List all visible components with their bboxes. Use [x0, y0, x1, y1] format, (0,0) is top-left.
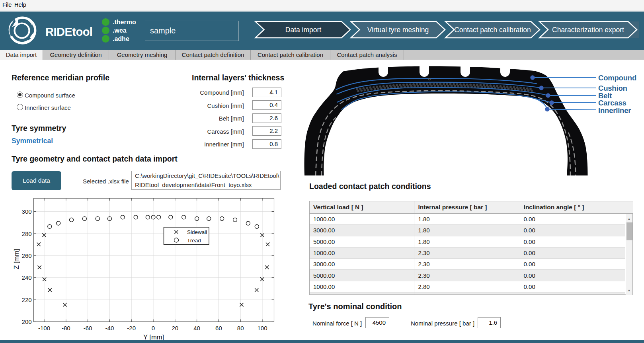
- svg-text:Data import: Data import: [285, 26, 322, 34]
- svg-text:280: 280: [22, 230, 32, 237]
- svg-text:-20: -20: [127, 325, 136, 331]
- svg-text:220: 220: [22, 296, 32, 303]
- svg-text:260: 260: [22, 252, 32, 259]
- svg-text:200: 200: [22, 318, 32, 325]
- svg-text:240: 240: [22, 274, 32, 281]
- svg-text:-100: -100: [38, 325, 50, 331]
- svg-text:Z [mm]: Z [mm]: [13, 249, 20, 269]
- svg-text:300: 300: [22, 208, 32, 215]
- svg-text:20: 20: [172, 325, 178, 331]
- svg-text:Contact patch calibration: Contact patch calibration: [454, 26, 531, 34]
- svg-text:60: 60: [215, 325, 222, 331]
- svg-text:40: 40: [193, 325, 200, 331]
- svg-text:-40: -40: [105, 325, 114, 331]
- svg-text:0: 0: [152, 325, 155, 331]
- svg-text:100: 100: [257, 325, 267, 331]
- svg-text:-60: -60: [84, 325, 92, 331]
- svg-text:-80: -80: [62, 325, 70, 331]
- svg-text:Sidewall: Sidewall: [187, 229, 207, 235]
- svg-text:Characterization export: Characterization export: [552, 26, 624, 34]
- svg-text:80: 80: [237, 325, 244, 331]
- svg-text:Virtual tyre meshing: Virtual tyre meshing: [367, 26, 429, 34]
- svg-text:Tread: Tread: [187, 238, 201, 244]
